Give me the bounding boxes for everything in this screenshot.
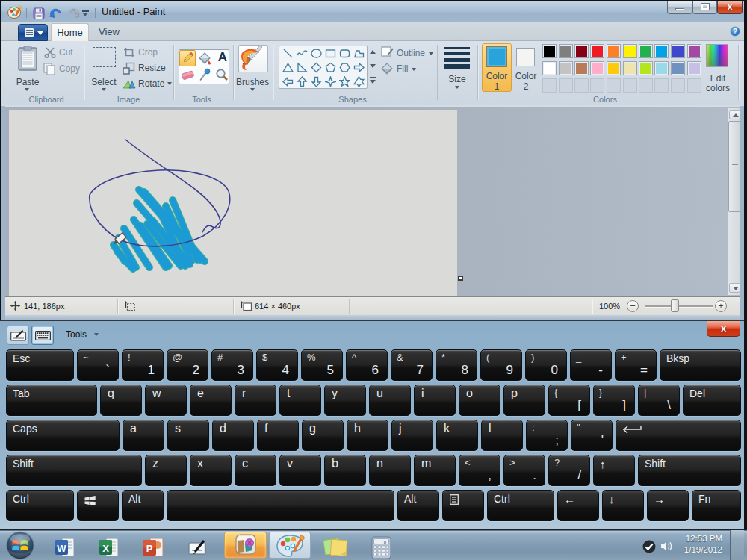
svg-text:P: P	[146, 543, 153, 554]
svg-text:W: W	[57, 543, 66, 554]
svg-text:X: X	[102, 543, 109, 554]
